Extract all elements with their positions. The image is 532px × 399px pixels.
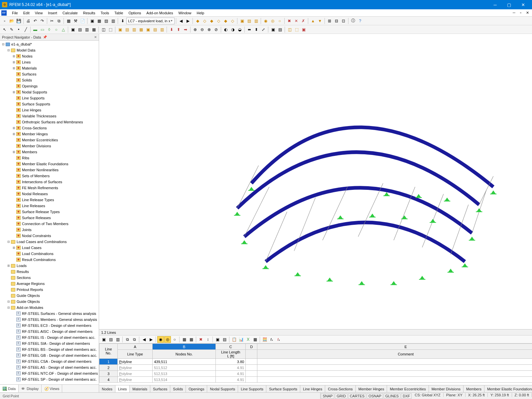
d37[interactable]: ▤ (277, 26, 283, 33)
t4[interactable]: ◇ (215, 18, 222, 24)
tree-mod-rf-steel[interactable]: RF-STEEL CSA - Design of steel members (0, 358, 99, 364)
t3[interactable]: ◆ (208, 18, 215, 24)
d13[interactable]: ▦ (90, 26, 97, 33)
d9[interactable]: △ (60, 26, 66, 33)
d31[interactable]: ◑ (229, 26, 236, 33)
tt22[interactable]: fₓ (268, 336, 275, 343)
save-icon[interactable]: 💾 (15, 18, 22, 24)
status-toggle-snap[interactable]: SNAP (321, 393, 334, 399)
tt17[interactable]: 📋 (231, 336, 237, 343)
tabletab-member-eccentricities[interactable]: Member Eccentricities (387, 385, 429, 392)
tree-line-release-types[interactable]: Line Release Types (0, 197, 99, 203)
menu-insert[interactable]: Insert (45, 9, 60, 16)
t11[interactable]: ◎ (269, 18, 276, 24)
d38[interactable]: ◫ (286, 26, 293, 33)
d28[interactable]: ⊗ (206, 26, 212, 33)
tree-mod-rf-steel[interactable]: RF-STEEL IS - Design of steel members ac… (0, 334, 99, 340)
help-icon[interactable]: ? (357, 18, 363, 24)
tt4[interactable]: ⧉ (124, 336, 131, 343)
d36[interactable]: ▣ (270, 26, 276, 33)
t6[interactable]: ◇ (229, 18, 236, 24)
tree-mod-rf-steel[interactable]: RF-STEEL SIA - Design of steel members (0, 340, 99, 346)
t12[interactable]: ○ (276, 18, 283, 24)
tree-openings[interactable]: Openings (0, 83, 99, 89)
t18[interactable]: ⊞ (326, 18, 333, 24)
d1[interactable]: ↖ (1, 26, 8, 33)
col-A[interactable]: A (118, 344, 153, 350)
tree-average-regions[interactable]: Average Regions (0, 281, 99, 287)
loads-icon[interactable]: ⬇ (119, 18, 126, 24)
tree-member-divisions[interactable]: Member Divisions (0, 143, 99, 149)
data-grid[interactable]: LineNo. A B C D E ▴ Line Type Nodes No. … (99, 343, 532, 385)
next-icon[interactable]: ▶ (185, 18, 191, 24)
tree-mod-rf-steel[interactable]: RF-STEEL Surfaces - General stress analy… (0, 311, 99, 317)
d7[interactable]: ◊ (46, 26, 53, 33)
tabletab-surface-supports[interactable]: Surface Supports (266, 385, 300, 392)
tree-guide-objects[interactable]: Guide Objects (0, 293, 99, 299)
tree-ribs[interactable]: Ribs (0, 155, 99, 161)
tree-mod-rf-steel[interactable]: RF-STEEL AS - Design of steel members ac… (0, 364, 99, 370)
tree-result-combinations[interactable]: Result Combinations (0, 257, 99, 263)
mdi-restore[interactable]: ▫ (517, 11, 524, 15)
cut-icon[interactable]: ✂ (49, 18, 55, 24)
display-icon[interactable]: ▥ (110, 18, 116, 24)
tt2[interactable]: ▤ (107, 336, 114, 343)
col-C[interactable]: C (216, 344, 246, 350)
tree-addon[interactable]: ⊟Add-on Modules (0, 305, 99, 311)
tree-variable-thicknesses[interactable]: Variable Thicknesses (0, 113, 99, 119)
menu-calculate[interactable]: Calculate (60, 9, 80, 16)
tree-guide[interactable]: ⊟Guide Objects (0, 299, 99, 305)
col-E[interactable]: E (257, 344, 532, 350)
redo-icon[interactable]: ↷ (39, 18, 46, 24)
d10[interactable]: ▣ (69, 26, 76, 33)
tabletab-surfaces[interactable]: Surfaces (150, 385, 170, 392)
tabletab-solids[interactable]: Solids (170, 385, 186, 392)
tabletab-lines[interactable]: Lines (115, 385, 130, 392)
model-viewport[interactable] (99, 34, 532, 329)
tab-display[interactable]: 👁Display (19, 385, 42, 392)
d14[interactable]: ◫ (100, 26, 107, 33)
report-icon[interactable]: 📄 (79, 18, 86, 24)
tree-line-hinges[interactable]: Line Hinges (0, 107, 99, 113)
tt13[interactable]: ✖ (198, 336, 204, 343)
col-B[interactable]: B (153, 344, 216, 350)
tab-views[interactable]: 🧭Views (42, 385, 62, 392)
d23[interactable]: ⬇ (168, 26, 175, 33)
menu-file[interactable]: File (9, 9, 21, 16)
tree-surface-release-types[interactable]: Surface Release Types (0, 209, 99, 215)
t17[interactable]: ▼ (317, 18, 323, 24)
tree-orthotropic-surfaces-and-membranes[interactable]: Orthotropic Surfaces and Membranes (0, 119, 99, 125)
tt3[interactable]: ▥ (114, 336, 121, 343)
tree-member-eccentricities[interactable]: Member Eccentricities (0, 137, 99, 143)
menu-edit[interactable]: Edit (21, 9, 32, 16)
status-toggle-osnap[interactable]: OSNAP (367, 393, 383, 399)
grid-icon[interactable]: ▦ (96, 18, 102, 24)
tt15[interactable]: ▣ (214, 336, 221, 343)
menu-help[interactable]: Help (194, 9, 207, 16)
undo-icon[interactable]: ↶ (32, 18, 39, 24)
d18[interactable]: ▥ (131, 26, 137, 33)
t8[interactable]: ▤ (246, 18, 252, 24)
table-row[interactable]: 3 Polyline 512,513 4.91 (99, 371, 532, 377)
tree-materials[interactable]: ⊞Materials (0, 65, 99, 71)
prev-icon[interactable]: ◀ (178, 18, 184, 24)
table-row[interactable]: 2 Polyline 511,512 4.91 (99, 365, 532, 371)
open-icon[interactable]: 📂 (8, 18, 15, 24)
tabletab-nodes[interactable]: Nodes (99, 385, 115, 392)
d8[interactable]: ○ (53, 26, 60, 33)
tt1[interactable]: ▣ (100, 336, 107, 343)
d30[interactable]: ◐ (222, 26, 229, 33)
tt12[interactable]: ▦ (188, 336, 195, 343)
d39[interactable]: ⬚ (293, 26, 300, 33)
t13[interactable]: ✖ (286, 18, 293, 24)
tabletab-members[interactable]: Members (464, 385, 484, 392)
t10[interactable]: ◉ (262, 18, 269, 24)
d6[interactable]: ▭ (39, 26, 46, 33)
view-icon[interactable]: ▣ (89, 18, 95, 24)
status-toggle-grid[interactable]: GRID (335, 393, 347, 399)
nav-close-icon[interactable]: ✕ (94, 35, 97, 39)
tabletab-cross-sections[interactable]: Cross-Sections (325, 385, 356, 392)
tt9[interactable]: ◎ (164, 336, 171, 343)
tree-loads[interactable]: ⊞Loads (0, 263, 99, 269)
d19[interactable]: ▦ (138, 26, 144, 33)
